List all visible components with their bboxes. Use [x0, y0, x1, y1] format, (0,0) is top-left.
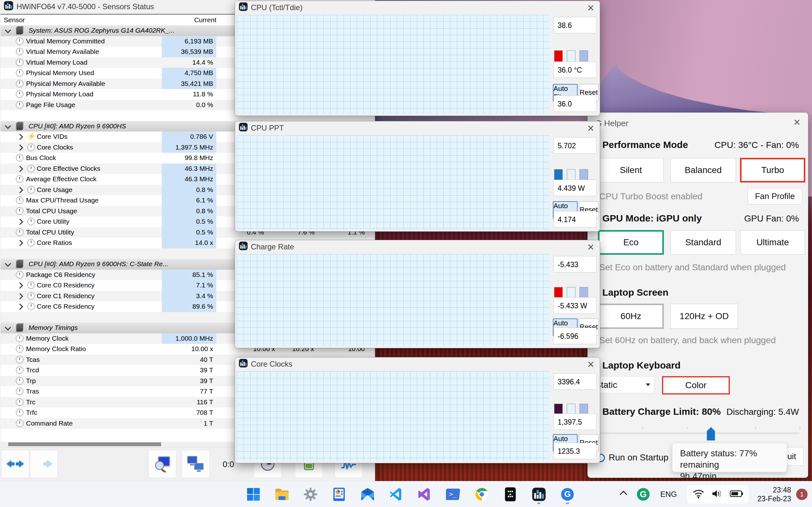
screen-120hz-od-button[interactable]: 120Hz + OD — [670, 303, 738, 329]
battery-icon — [730, 490, 743, 499]
keyboard-color-button[interactable]: Color — [662, 376, 730, 395]
sensor-label: Physical Memory Load — [26, 90, 93, 98]
sensor-current-value: 36,539 MB — [162, 47, 216, 57]
graph-current-value: 36.0 °C — [554, 61, 597, 78]
graph-titlebar[interactable]: CPU PPT × — [235, 121, 600, 135]
sensor-clock-icon — [27, 302, 35, 310]
gpu-mode-standard-button[interactable]: Standard — [670, 230, 736, 255]
graph-close-icon[interactable]: × — [588, 241, 594, 253]
scrollbar-thumb[interactable] — [8, 442, 161, 446]
perf-mode-balanced-button[interactable]: Balanced — [670, 158, 736, 182]
taskbar-icon-start[interactable] — [244, 484, 263, 505]
chevron-down-icon[interactable] — [5, 27, 11, 33]
grammarly-tray-icon[interactable]: G — [637, 488, 650, 501]
column-header-sensor[interactable]: Sensor — [4, 16, 25, 24]
chevron-right-icon[interactable] — [17, 293, 23, 299]
chevron-down-icon[interactable] — [5, 324, 11, 331]
sensor-clock-icon — [16, 175, 23, 183]
chevron-right-icon[interactable] — [17, 134, 23, 140]
taskbar-icon-chrome[interactable] — [473, 484, 491, 505]
tray-overflow-chevron-icon[interactable] — [619, 491, 627, 498]
chevron-right-icon[interactable] — [17, 219, 23, 225]
taskbar-icon-settings[interactable] — [301, 484, 320, 505]
slider-track[interactable] — [598, 432, 800, 434]
g-helper-close-icon[interactable]: × — [794, 116, 800, 129]
taskbar-icon-hwinfo[interactable] — [530, 484, 548, 505]
svg-text:>_: >_ — [449, 490, 457, 498]
sensor-label: Physical Memory Used — [26, 69, 94, 77]
notification-badge[interactable]: 1 — [796, 489, 808, 500]
series-color-swatch[interactable] — [554, 169, 563, 181]
graph-close-icon[interactable]: × — [588, 358, 594, 371]
sensor-current-value: 99.8 MHz — [162, 153, 216, 164]
chevron-right-icon[interactable] — [17, 166, 23, 172]
taskbar-icon-stream-deck[interactable] — [501, 484, 519, 505]
gpu-mode-ultimate-button[interactable]: Ultimate — [740, 230, 805, 255]
graph-side-panel: 38.6 36.0 °C Auto Fit Reset 36.0 — [552, 15, 600, 114]
graph-series — [237, 372, 550, 461]
graph-titlebar[interactable]: CPU (Tctl/Tdie) × — [235, 1, 600, 14]
perf-mode-silent-button[interactable]: Silent — [598, 158, 664, 182]
sensor-current-value: 14.4 % — [162, 57, 216, 68]
chevron-down-icon[interactable] — [5, 261, 11, 267]
expand-columns-button[interactable] — [1, 450, 29, 478]
quick-settings-group[interactable] — [687, 485, 749, 504]
screen-60hz-button[interactable]: 60Hz — [598, 303, 664, 329]
sensor-clock-icon — [16, 366, 23, 374]
background-color-swatch[interactable] — [567, 169, 575, 181]
graph-close-icon[interactable]: × — [588, 2, 594, 14]
series-color-swatch[interactable] — [554, 50, 563, 62]
taskbar-icon-g-helper[interactable]: G — [558, 484, 577, 505]
svg-text:G: G — [564, 489, 571, 499]
running-indicator — [537, 503, 541, 504]
graph-series — [237, 135, 550, 229]
graph-legend-swatches[interactable] — [554, 169, 588, 181]
sensor-label: Virtual Memory Available — [26, 48, 99, 55]
gpu-fan-status: GPU Fan: 0% — [744, 214, 799, 224]
chevron-right-icon[interactable] — [17, 187, 23, 193]
chevron-right-icon[interactable] — [17, 240, 23, 246]
sensor-current-value: 0.0 % — [162, 100, 216, 111]
graph-current-value: -5.433 W — [554, 297, 597, 314]
sensor-label: Virtual Memory Load — [26, 59, 87, 66]
taskbar-icon-mail[interactable] — [358, 484, 377, 505]
graph-legend-swatches[interactable] — [554, 50, 588, 62]
gpu-mode-eco-button[interactable]: Eco — [598, 230, 664, 255]
graph-max-value: -5.433 — [554, 256, 597, 273]
sensor-clock-icon — [16, 69, 23, 77]
sensor-clock-icon — [16, 59, 23, 66]
fan-profile-button[interactable]: Fan Profile — [748, 188, 802, 205]
input-language-indicator[interactable]: ENG — [660, 490, 677, 499]
remote-monitors-button[interactable] — [182, 450, 210, 478]
battery-limit-slider[interactable] — [598, 427, 800, 439]
sensor-current-value: 0.8 % — [162, 206, 216, 217]
taskbar-icon-vscode[interactable] — [387, 484, 405, 505]
chevron-right-icon[interactable] — [17, 303, 23, 310]
sensor-current-value: 708 T — [162, 407, 216, 418]
chevron-down-icon[interactable] — [5, 123, 11, 129]
taskbar-icon-system-monitor[interactable] — [330, 484, 348, 505]
sensor-clock-icon — [27, 186, 35, 193]
collapse-columns-button[interactable] — [30, 450, 58, 478]
graph-series — [237, 15, 550, 114]
sensor-clock-icon — [27, 239, 35, 246]
graph-titlebar[interactable]: Charge Rate × — [235, 240, 600, 253]
graph-series — [237, 254, 550, 346]
background-color-swatch[interactable] — [567, 50, 575, 62]
monitor-search-button[interactable] — [148, 450, 176, 478]
graph-window-core-clocks: Core Clocks × 3396.4 1,397.5 MHz Auto Fi… — [235, 357, 600, 463]
taskbar-icon-visual-studio[interactable] — [415, 484, 434, 505]
graph-titlebar[interactable]: Core Clocks × — [235, 357, 600, 371]
chevron-right-icon[interactable] — [17, 145, 23, 151]
taskbar-icon-file-explorer[interactable] — [273, 484, 291, 505]
sensor-clock-icon — [27, 281, 35, 289]
column-header-current[interactable]: Current — [165, 16, 216, 24]
chevron-right-icon[interactable] — [17, 282, 23, 289]
perf-mode-turbo-button[interactable]: Turbo — [740, 158, 805, 182]
taskbar-icon-powershell[interactable]: >_ — [444, 484, 462, 505]
slider-handle[interactable] — [707, 427, 715, 441]
grid-color-swatch[interactable] — [579, 169, 588, 181]
grid-color-swatch[interactable] — [579, 50, 588, 62]
clock-date[interactable]: 23:48 23-Feb-23 — [757, 486, 791, 503]
graph-close-icon[interactable]: × — [588, 122, 594, 135]
